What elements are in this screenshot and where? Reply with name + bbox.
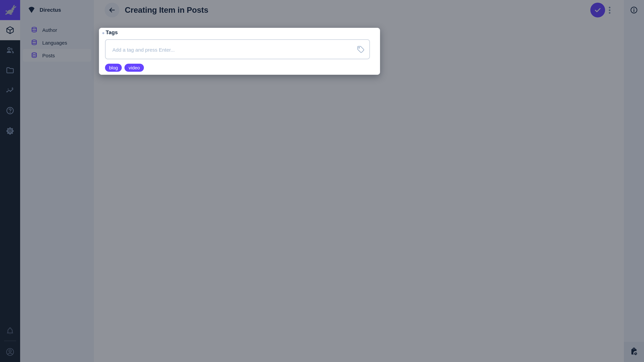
tags-field-card: Tags blog video (99, 28, 380, 75)
tags-input-box (105, 39, 370, 59)
directus-app: Directus Author Languages Po (0, 0, 644, 362)
field-label-tags: Tags (106, 29, 118, 35)
field-edited-dot (102, 32, 104, 34)
tags-input[interactable] (112, 40, 348, 59)
tags-list: blog video (105, 64, 144, 72)
tag-pill[interactable]: video (124, 64, 144, 72)
tag-icon[interactable] (356, 45, 364, 53)
tag-pill[interactable]: blog (105, 64, 122, 72)
